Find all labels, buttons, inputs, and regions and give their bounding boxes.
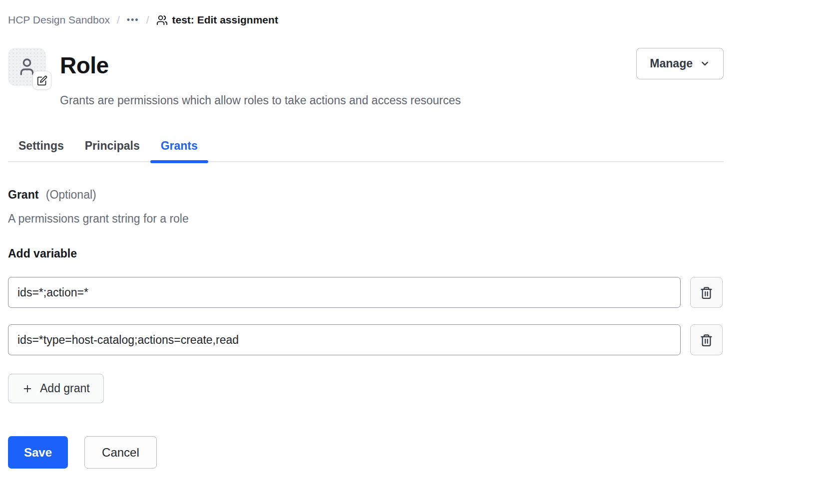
edit-pencil-icon [37,75,47,86]
breadcrumb: HCP Design Sandbox / ••• / test: Edit as… [8,14,724,26]
grant-help-text: A permissions grant string for a role [8,212,724,226]
tab-principals[interactable]: Principals [74,139,150,161]
page-header: Role Grants are permissions which allow … [8,48,724,107]
page-subtitle: Grants are permissions which allow roles… [60,94,636,107]
trash-icon [700,333,713,347]
grant-input-2[interactable] [8,324,681,355]
grant-row [8,277,724,308]
grants-section: Grant (Optional) A permissions grant str… [8,188,724,469]
add-grant-button[interactable]: Add grant [8,374,104,403]
add-grant-button-label: Add grant [40,382,90,395]
breadcrumb-current: test: Edit assignment [156,14,278,26]
chevron-down-icon [700,58,710,69]
breadcrumb-current-label: test: Edit assignment [172,14,278,26]
trash-icon [700,286,713,299]
plus-icon [22,383,33,394]
page-title: Role [60,48,636,83]
cancel-button[interactable]: Cancel [84,436,157,469]
grant-label-row: Grant (Optional) [8,188,724,202]
grant-label: Grant [8,188,38,201]
role-tabs: Settings Principals Grants [8,139,724,162]
grant-row [8,324,724,355]
delete-grant-2-button[interactable] [690,324,723,355]
manage-button-label: Manage [650,57,693,70]
breadcrumb-root-link[interactable]: HCP Design Sandbox [8,14,110,26]
header-text: Role Grants are permissions which allow … [60,48,636,107]
users-icon [156,14,168,26]
breadcrumb-ellipsis-menu[interactable]: ••• [127,15,139,25]
add-variable-label: Add variable [8,247,724,260]
breadcrumb-separator: / [117,14,120,26]
breadcrumb-separator: / [146,14,149,26]
form-actions: Save Cancel [8,436,724,469]
tab-settings[interactable]: Settings [8,139,74,161]
role-edit-page: HCP Design Sandbox / ••• / test: Edit as… [0,0,724,469]
role-avatar-wrap [8,48,46,86]
save-button[interactable]: Save [8,436,68,469]
tab-grants[interactable]: Grants [150,139,208,161]
edit-avatar-button[interactable] [32,71,51,90]
manage-dropdown-button[interactable]: Manage [636,48,724,79]
delete-grant-1-button[interactable] [690,277,723,308]
grant-optional-label: (Optional) [46,188,96,201]
grant-input-1[interactable] [8,277,681,308]
